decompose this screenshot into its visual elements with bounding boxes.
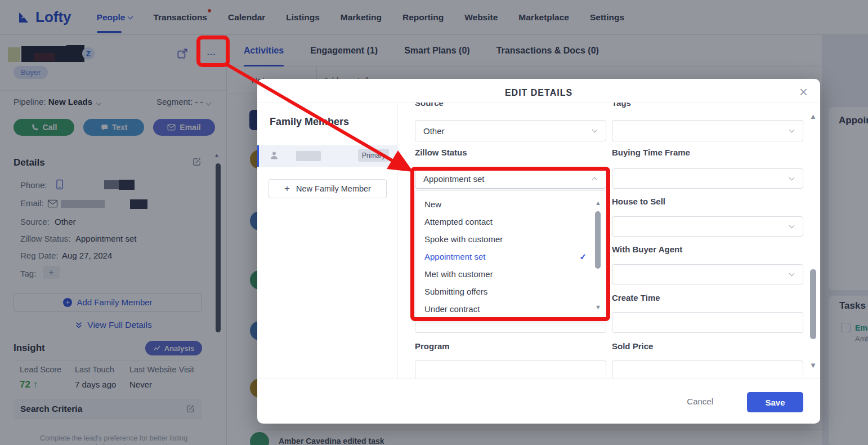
edit-details-form: Source Other Tags Zillow Status Appointm… — [398, 103, 820, 379]
cancel-button[interactable]: Cancel — [687, 397, 713, 406]
dropdown-option-selected[interactable]: Appointment set ✓ — [415, 248, 606, 265]
family-members-title: Family Members — [270, 116, 397, 128]
source-select[interactable]: Other — [415, 120, 606, 141]
dropdown-option[interactable]: New — [415, 195, 606, 213]
member-name-redacted — [296, 151, 321, 161]
dropdown-option[interactable]: Attempted contact — [415, 213, 606, 230]
form-scroll-up[interactable]: ▲ — [809, 113, 817, 120]
zillow-status-label: Zillow Status — [415, 148, 467, 157]
dropdown-option[interactable]: Spoke with customer — [415, 230, 606, 248]
scroll-down-icon: ▼ — [809, 361, 817, 370]
source-label: Source — [415, 103, 444, 108]
scroll-up-icon: ▲ — [595, 199, 601, 206]
sold-price-input[interactable] — [612, 361, 803, 379]
buying-time-frame-label: Buying Time Frame — [612, 148, 690, 157]
create-time-label: Create Time — [612, 293, 660, 302]
person-icon — [269, 150, 279, 161]
family-members-panel: Family Members Primary + New Family Memb… — [257, 103, 398, 379]
dropdown-option[interactable]: Under contract — [415, 300, 606, 318]
chevron-down-icon — [789, 175, 795, 181]
dropdown-option[interactable]: Submitting offers — [415, 283, 606, 300]
chevron-down-icon — [789, 223, 795, 229]
save-label: Save — [765, 398, 785, 407]
zillow-status-select[interactable]: Appointment set — [415, 168, 606, 189]
sold-price-label: Sold Price — [612, 341, 653, 351]
form-scroll-down[interactable]: ▼ — [809, 362, 817, 369]
edit-details-modal: EDIT DETAILS × Family Members Primary + … — [257, 79, 820, 424]
buying-time-frame-select[interactable] — [612, 168, 803, 189]
primary-badge: Primary — [358, 149, 389, 162]
chevron-down-icon — [592, 127, 598, 133]
chevron-down-icon — [789, 127, 795, 133]
dropdown-scrollbar[interactable] — [595, 211, 601, 269]
chevron-up-icon — [592, 177, 598, 183]
form-scrollbar[interactable] — [810, 269, 816, 339]
save-button[interactable]: Save — [747, 392, 803, 412]
with-buyer-agent-select[interactable] — [612, 264, 803, 284]
dropdown-scroll-up[interactable]: ▲ — [595, 200, 601, 206]
house-to-sell-label: House to Sell — [612, 197, 665, 206]
family-member-row[interactable]: Primary — [257, 145, 397, 167]
primary-badge-label: Primary — [362, 152, 385, 159]
scroll-up-icon: ▲ — [809, 112, 817, 121]
plus-icon: + — [284, 183, 290, 194]
create-time-input[interactable] — [612, 312, 803, 333]
house-to-sell-select[interactable] — [612, 216, 803, 237]
modal-close-button[interactable]: × — [799, 84, 808, 99]
lofty-crm-page: Lofty People Transactions Calendar Listi… — [0, 0, 868, 445]
new-family-member-label: New Family Member — [296, 184, 371, 193]
program-input[interactable] — [415, 361, 606, 379]
zillow-status-dropdown: New Attempted contact Spoke with custome… — [415, 190, 606, 319]
scroll-down-icon: ▼ — [595, 304, 601, 310]
modal-footer: Cancel Save — [257, 379, 820, 424]
tags-select[interactable] — [612, 120, 803, 141]
chevron-down-icon — [789, 271, 795, 277]
program-label: Program — [415, 341, 450, 351]
with-buyer-agent-label: With Buyer Agent — [612, 244, 682, 254]
close-icon: × — [799, 83, 808, 100]
new-family-member-button[interactable]: + New Family Member — [269, 179, 387, 198]
dropdown-option[interactable]: Met with customer — [415, 265, 606, 283]
source-value: Other — [423, 126, 445, 136]
option-label: Appointment set — [424, 252, 485, 261]
modal-title: EDIT DETAILS — [257, 88, 820, 98]
tags-label: Tags — [612, 103, 631, 108]
zillow-status-value: Appointment set — [423, 174, 484, 184]
check-icon: ✓ — [579, 248, 587, 265]
dropdown-scroll-down[interactable]: ▼ — [595, 304, 601, 310]
